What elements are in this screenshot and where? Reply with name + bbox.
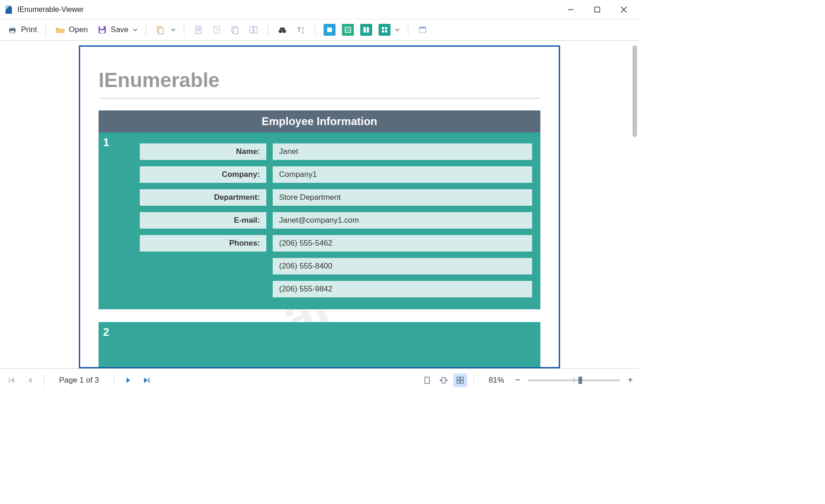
record-block: 2: [99, 322, 540, 368]
svg-point-26: [282, 29, 286, 33]
svg-rect-32: [327, 27, 332, 32]
chevron-down-icon: [133, 25, 138, 34]
copy-page-button[interactable]: [226, 22, 244, 38]
open-button[interactable]: Open: [51, 22, 91, 38]
close-button[interactable]: [610, 0, 637, 19]
svg-point-25: [279, 29, 282, 33]
field-value-company: Company1: [273, 166, 532, 183]
svg-rect-50: [425, 377, 429, 383]
field-label-email: E-mail:: [140, 212, 266, 229]
save-label: Save: [111, 25, 129, 34]
record-block: 1 Name: Janet Company: Company1 Departme…: [99, 132, 540, 309]
zoom-in-button[interactable]: +: [625, 375, 635, 385]
fullscreen-button[interactable]: [414, 22, 431, 38]
svg-rect-33: [345, 27, 351, 33]
minimize-button[interactable]: [557, 0, 584, 19]
statusbar: Page 1 of 3 81% − +: [0, 368, 639, 391]
section-header: Employee Information: [99, 110, 540, 132]
svg-rect-57: [461, 381, 463, 383]
window-title: IEnumerable-Viewer: [17, 5, 84, 14]
svg-marker-46: [28, 378, 32, 383]
layout-continuous-button[interactable]: [339, 22, 357, 38]
svg-marker-47: [126, 378, 130, 383]
folder-open-icon: [54, 24, 66, 36]
titlebar: IEnumerable-Viewer: [0, 0, 639, 19]
svg-rect-22: [233, 28, 238, 34]
svg-rect-38: [382, 27, 384, 29]
layout-grid-icon: [379, 24, 390, 36]
svg-rect-7: [10, 27, 15, 28]
maximize-button[interactable]: [584, 0, 610, 19]
report-page: al IEnumerable Employee Information 1 Na…: [79, 45, 560, 368]
svg-rect-37: [367, 27, 369, 33]
svg-point-9: [14, 29, 15, 30]
svg-rect-14: [159, 28, 163, 34]
field-label-name: Name:: [140, 143, 266, 160]
first-page-button[interactable]: [4, 373, 19, 388]
svg-rect-44: [9, 378, 10, 383]
svg-rect-15: [196, 26, 201, 33]
svg-rect-56: [457, 381, 460, 383]
layout-twocol-button[interactable]: [358, 22, 375, 38]
svg-rect-27: [280, 27, 285, 30]
last-page-button[interactable]: [139, 373, 154, 388]
svg-rect-54: [457, 377, 460, 380]
save-button[interactable]: Save: [94, 22, 141, 38]
field-label-company: Company:: [140, 166, 266, 183]
fullscreen-icon: [417, 24, 429, 36]
svg-marker-45: [10, 378, 14, 383]
svg-marker-48: [144, 378, 148, 383]
save-icon: [96, 24, 108, 36]
document-viewer[interactable]: al IEnumerable Employee Information 1 Na…: [0, 41, 639, 368]
zoom-slider[interactable]: [528, 379, 620, 381]
help-page-button[interactable]: ?: [208, 22, 226, 38]
zoom-whole-page-button[interactable]: [420, 373, 434, 387]
text-select-button[interactable]: T: [292, 22, 309, 38]
layout-twocol-icon: [360, 24, 372, 36]
field-value-phone3: (206) 555-9842: [273, 281, 532, 297]
zoom-out-button[interactable]: −: [512, 375, 522, 385]
zoom-page-width-button[interactable]: [437, 373, 451, 387]
text-cursor-icon: T: [295, 24, 307, 36]
copy-icon: [154, 24, 166, 36]
scrollbar-thumb[interactable]: [632, 45, 637, 137]
two-page-icon: [248, 24, 259, 36]
svg-rect-24: [254, 27, 257, 33]
svg-rect-41: [385, 30, 387, 33]
find-button[interactable]: [274, 22, 291, 38]
field-value-phone2: (206) 555-8400: [273, 258, 532, 274]
chevron-down-icon: [395, 25, 400, 34]
svg-rect-36: [363, 27, 366, 33]
copy-button[interactable]: [152, 22, 178, 38]
layout-single-icon: [324, 24, 336, 36]
prev-page-button[interactable]: [22, 373, 38, 388]
layout-grid-button[interactable]: [376, 22, 402, 38]
zoom-slider-handle[interactable]: [578, 377, 582, 384]
svg-text:?: ?: [216, 27, 219, 33]
record-number: 1: [103, 136, 109, 149]
svg-rect-39: [385, 27, 387, 29]
svg-text:T: T: [297, 26, 301, 33]
svg-rect-8: [10, 31, 15, 33]
svg-rect-3: [595, 7, 600, 12]
layout-single-button[interactable]: [321, 22, 338, 38]
print-label: Print: [21, 25, 37, 34]
svg-rect-11: [100, 26, 104, 29]
copy-page-icon: [229, 24, 241, 36]
toolbar: Print Open Save ? T: [0, 19, 639, 41]
app-icon: [4, 5, 14, 15]
record-number: 2: [103, 326, 109, 339]
svg-rect-23: [250, 27, 253, 33]
svg-rect-40: [382, 30, 384, 33]
zoom-multi-page-button[interactable]: [453, 373, 467, 387]
chevron-down-icon: [171, 25, 176, 34]
field-value-name: Janet: [273, 143, 532, 160]
page-setup-button[interactable]: [190, 22, 207, 38]
binoculars-icon: [276, 24, 288, 36]
print-button[interactable]: Print: [4, 22, 40, 38]
field-value-department: Store Department: [273, 189, 532, 206]
two-page-button[interactable]: [245, 22, 262, 38]
layout-continuous-icon: [342, 24, 354, 36]
open-label: Open: [69, 25, 88, 34]
next-page-button[interactable]: [121, 373, 136, 388]
